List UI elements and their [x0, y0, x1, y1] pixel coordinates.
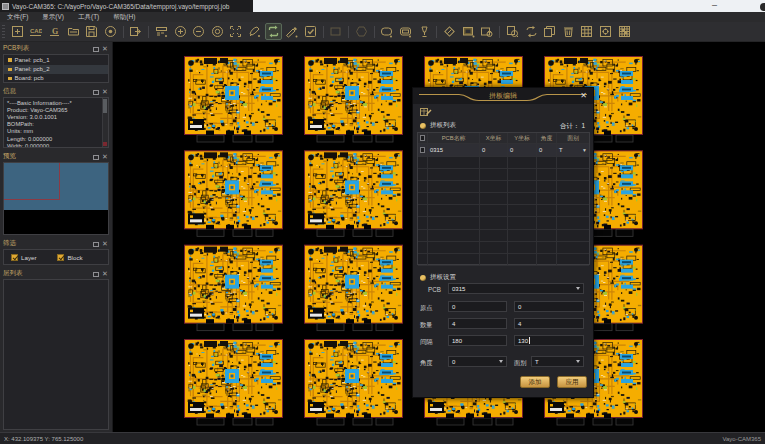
- import-cad-icon[interactable]: CAD: [27, 23, 44, 40]
- save-file-icon[interactable]: [83, 23, 100, 40]
- delete-tool-icon[interactable]: [560, 23, 577, 40]
- menu-view[interactable]: 显示(V): [35, 13, 71, 22]
- import-gerber-icon[interactable]: G: [46, 23, 63, 40]
- float-panel-icon[interactable]: [93, 242, 99, 247]
- table-empty-cell: [537, 157, 557, 168]
- close-panel-icon[interactable]: ✕: [102, 270, 109, 277]
- float-panel-icon[interactable]: [93, 47, 99, 52]
- table-header-row: PCB名称 X坐标 Y坐标 角度 面别: [418, 133, 589, 144]
- pcb-list-item-board-pcb[interactable]: Board: pcb: [4, 74, 108, 83]
- new-project-icon[interactable]: [9, 23, 26, 40]
- export-icon[interactable]: [127, 23, 144, 40]
- cell-x[interactable]: 0: [480, 144, 508, 156]
- gap-y-input[interactable]: 130: [514, 335, 584, 346]
- add-button[interactable]: 添加: [520, 376, 550, 388]
- origin-x-value: 0: [452, 304, 455, 310]
- info-scrollbar-button[interactable]: [103, 142, 107, 146]
- draw-tool-icon[interactable]: [283, 23, 300, 40]
- cell-y[interactable]: 0: [508, 144, 537, 156]
- table-empty-cell: [418, 157, 428, 168]
- rect-tool-icon[interactable]: [327, 23, 344, 40]
- apply-button[interactable]: 应用: [557, 376, 587, 388]
- origin-y-input[interactable]: 0: [514, 301, 584, 312]
- origin-y-value: 0: [518, 304, 521, 310]
- highlight-tool-icon[interactable]: [416, 23, 433, 40]
- window-control-partial[interactable]: [760, 3, 765, 11]
- row-checkbox[interactable]: [420, 147, 426, 153]
- toolbar-drag-handle[interactable]: [2, 25, 5, 39]
- panelize-tool-icon[interactable]: [265, 23, 282, 40]
- float-panel-icon[interactable]: [93, 90, 99, 95]
- info-scrollbar[interactable]: [102, 98, 108, 147]
- angle-select[interactable]: 0: [448, 356, 507, 367]
- zoom-in-icon[interactable]: [172, 23, 189, 40]
- info-scrollbar-thumb[interactable]: [103, 99, 107, 113]
- close-panel-icon[interactable]: ✕: [102, 88, 109, 95]
- zoom-selection-icon[interactable]: [209, 23, 226, 40]
- check-tool-icon[interactable]: [302, 23, 319, 40]
- open-file-icon[interactable]: [65, 23, 82, 40]
- table-row[interactable]: 0315 0 0 0 T▼: [418, 144, 589, 157]
- col-header-angle[interactable]: 角度: [537, 133, 557, 143]
- close-panel-icon[interactable]: ✕: [102, 45, 109, 52]
- pcb-list-item-panel-pcb-2[interactable]: Panel: pcb_2: [4, 65, 108, 74]
- menu-file[interactable]: 文件(F): [0, 13, 35, 22]
- probe-tool-icon[interactable]: [246, 23, 263, 40]
- col-header-y[interactable]: Y坐标: [508, 133, 537, 143]
- capture-tool-icon[interactable]: [478, 23, 495, 40]
- info-text-area[interactable]: *----Basic Information----* Product: Vay…: [3, 97, 109, 148]
- block-checkbox-group[interactable]: Block: [57, 254, 82, 261]
- gap-x-input[interactable]: 180: [448, 335, 507, 346]
- zoom-fit-icon[interactable]: [227, 23, 244, 40]
- record-icon[interactable]: [102, 23, 119, 40]
- pcb-select[interactable]: 0315: [448, 283, 584, 294]
- layer-stack-icon[interactable]: [153, 23, 170, 40]
- table-empty-cell: [557, 242, 589, 253]
- transform-tool-icon[interactable]: [523, 23, 540, 40]
- cell-side[interactable]: T▼: [557, 144, 589, 156]
- dialog-title-bar[interactable]: 拼板编辑 ✕: [413, 88, 593, 104]
- pcb-list-item-panel-pcb-1[interactable]: Panel: pcb_1: [4, 56, 108, 65]
- minimize-button[interactable]: –: [712, 1, 717, 10]
- edit-rows-icon[interactable]: [420, 107, 432, 117]
- board-outline-icon[interactable]: [397, 23, 414, 40]
- count-x-input[interactable]: 4: [448, 318, 507, 329]
- duplicate-tool-icon[interactable]: [541, 23, 558, 40]
- app-icon: [2, 3, 9, 10]
- mark-tool-icon[interactable]: [441, 23, 458, 40]
- layer-checkbox-group[interactable]: Layer: [11, 254, 36, 261]
- dialog-close-icon[interactable]: ✕: [580, 91, 587, 100]
- side-select[interactable]: T: [531, 356, 584, 367]
- float-panel-icon[interactable]: [93, 272, 99, 277]
- shape-tool-icon[interactable]: [378, 23, 395, 40]
- menu-help[interactable]: 帮助(H): [106, 13, 142, 22]
- zoom-out-icon[interactable]: [190, 23, 207, 40]
- matrix-grid-icon[interactable]: [616, 23, 633, 40]
- select-all-checkbox[interactable]: [420, 135, 426, 141]
- float-panel-icon[interactable]: [93, 155, 99, 160]
- layer-list[interactable]: [3, 279, 109, 430]
- grid-table-icon[interactable]: [578, 23, 595, 40]
- count-y-input[interactable]: 4: [514, 318, 584, 329]
- preview-viewport[interactable]: [3, 162, 109, 235]
- toolbar-separator: [123, 26, 124, 38]
- panel-grid-icon[interactable]: [597, 23, 614, 40]
- polygon-tool-icon[interactable]: [353, 23, 370, 40]
- menu-tools[interactable]: 工具(T): [71, 13, 106, 22]
- close-panel-icon[interactable]: ✕: [102, 153, 109, 160]
- sidebar: PCB列表 ✕ Panel: pcb_1 Panel: pcb_2 Board:…: [0, 42, 113, 432]
- fill-rect-tool-icon[interactable]: [460, 23, 477, 40]
- cell-pcb-name[interactable]: 0315: [428, 144, 480, 156]
- cell-angle[interactable]: 0: [537, 144, 557, 156]
- copy-search-icon[interactable]: [504, 23, 521, 40]
- table-empty-cell: [428, 242, 480, 253]
- side-dropdown-arrow[interactable]: ▼: [582, 147, 587, 153]
- close-panel-icon[interactable]: ✕: [102, 240, 109, 247]
- origin-x-input[interactable]: 0: [448, 301, 507, 312]
- col-header-side[interactable]: 面别: [557, 133, 589, 143]
- col-header-pcb-name[interactable]: PCB名称: [428, 133, 480, 143]
- col-header-x[interactable]: X坐标: [480, 133, 508, 143]
- layer-checkbox[interactable]: [11, 254, 18, 261]
- block-checkbox[interactable]: [57, 254, 64, 261]
- info-line: Units: mm: [7, 128, 108, 135]
